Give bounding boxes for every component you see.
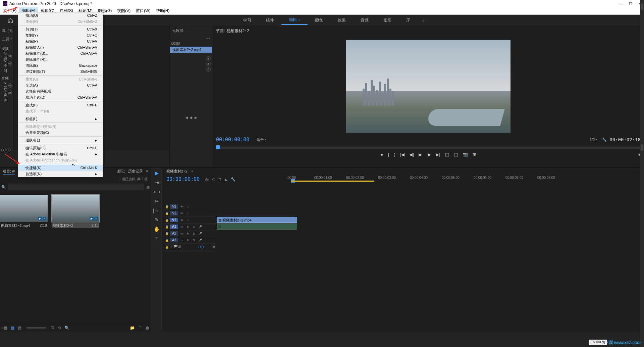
workspace-tab-音频[interactable]: 音频 (353, 16, 376, 25)
selection-tool-icon[interactable]: ▶ (155, 170, 159, 176)
menu-item[interactable]: 选择所有匹配项 (18, 88, 103, 94)
menu-item[interactable]: 取消全选(D)Ctrl+Shift+A (18, 94, 103, 100)
home-icon[interactable] (7, 17, 14, 24)
master-value[interactable]: 0.0 (199, 245, 204, 249)
new-bin-icon[interactable]: 📁 (130, 326, 135, 330)
lock-icon[interactable]: 🔒 (165, 245, 169, 249)
work-area-bar[interactable] (291, 181, 374, 182)
new-item-icon[interactable]: 🗋 (138, 326, 142, 330)
icon-view-icon[interactable]: ▦ (11, 326, 14, 330)
lock-icon[interactable]: 🔒 (165, 232, 169, 235)
source-clip-bar[interactable]: 视频素材2~2.mp4 (170, 47, 212, 53)
settings-icon[interactable]: 🔧 (602, 138, 607, 142)
menu-item[interactable]: 粘贴插入(I)Ctrl+Shift+V (18, 44, 103, 50)
toggle-output-icon[interactable]: 👁 (179, 205, 184, 208)
solo-icon[interactable]: S (192, 225, 196, 229)
program-scrubber[interactable] (216, 144, 641, 149)
source-tab-label[interactable]: 源: (无 (2, 28, 13, 33)
zoom-fit-dropdown[interactable]: 适合 (257, 137, 264, 142)
timeline-timecode[interactable]: 00:00:00:00 (166, 176, 200, 182)
linked-sel-icon[interactable]: ⊂ (212, 177, 215, 182)
menu-item[interactable]: 在 Adobe Audition 中编辑▸ (18, 151, 103, 157)
step-fwd-icon[interactable]: |▶ (427, 152, 431, 157)
track-area[interactable]: ▨ 视频素材2~2.mp4 (217, 183, 644, 332)
menu-item[interactable]: 标签(L)▸ (18, 116, 103, 122)
vertical-scrollbar[interactable] (640, 183, 644, 332)
toggle-output-icon[interactable]: ▭ (179, 239, 184, 242)
list-view-icon[interactable]: ≡▦ (1, 326, 7, 330)
sync-lock-icon[interactable]: ○ (186, 218, 190, 222)
minimize-button[interactable]: — (619, 2, 623, 6)
menu-item[interactable]: 波纹删除(T)Shift+删除 (18, 68, 103, 75)
hand-tool-icon[interactable]: ✋ (154, 226, 160, 232)
track-header-A3[interactable]: 🔒 A3 ▭ MS🎤 (163, 237, 217, 244)
program-tc-left[interactable]: 00:00:00:00 (216, 137, 249, 143)
goto-out-icon[interactable]: ▶| (436, 152, 440, 157)
keyframe-prev-icon[interactable]: ◀ (185, 115, 188, 120)
markers-tab[interactable]: 标记 (117, 169, 125, 175)
type-tool-icon[interactable]: T (155, 236, 158, 241)
track-select-tool-icon[interactable]: ⇥ (155, 180, 159, 186)
video-clip[interactable]: ▨ 视频素材2~2.mp4 (217, 217, 297, 223)
history-tab[interactable]: 历史记录 (128, 169, 143, 175)
resolution-dropdown[interactable]: 1/2 (590, 138, 595, 142)
ime-indicator[interactable]: EN ⌨ 简 (589, 340, 607, 345)
razor-tool-icon[interactable]: ✂ (155, 198, 159, 204)
voice-icon[interactable]: 🎤 (197, 225, 203, 229)
project-item[interactable]: ▶≡ 视频素材2~22:18 (52, 195, 99, 228)
menu-item[interactable]: 撤消(U)Ctrl+Z (18, 12, 103, 18)
sync-lock-icon[interactable]: ○ (186, 205, 190, 208)
menu-item[interactable]: 清除(E)Backspace (18, 62, 103, 68)
menu-item[interactable]: 合并重复项(C) (18, 130, 103, 136)
step-back-icon[interactable]: ◀| (409, 152, 414, 157)
search-icon[interactable]: 🔍 (1, 185, 6, 189)
thumb-size-slider[interactable] (26, 327, 46, 329)
search-input[interactable] (8, 184, 144, 190)
workspace-tab-学习[interactable]: 学习 (236, 16, 259, 25)
panel-overflow-icon[interactable]: » (146, 169, 148, 175)
track-label[interactable]: V2 (170, 211, 178, 215)
menu-视图(V)[interactable]: 视图(V) (114, 7, 133, 14)
bin-view-icon[interactable]: ▦ (146, 185, 150, 189)
workspace-tab-颜色[interactable]: 颜色 (308, 16, 330, 25)
track-header-A1[interactable]: 🔒 A1 ▭ MS🎤 (163, 224, 217, 230)
find-icon[interactable]: 🔍 (64, 326, 69, 330)
workspace-tab-编辑[interactable]: 编辑≡ (281, 17, 308, 25)
lock-icon[interactable]: 🔒 (165, 225, 169, 229)
master-track[interactable]: 🔒主声道0.0⇥ (163, 244, 217, 250)
panel-caret-icon[interactable]: ▸ ▸ (207, 37, 210, 40)
menu-item[interactable]: 团队项目▸ (18, 137, 103, 143)
mute-icon[interactable]: M (186, 232, 191, 235)
automate-icon[interactable]: ⟲ (58, 326, 61, 330)
track-header-V1[interactable]: 🔒 V1 👁 ○ (163, 217, 217, 224)
slip-tool-icon[interactable]: |↔| (153, 208, 161, 213)
track-label[interactable]: A1 (170, 225, 178, 229)
menu-item[interactable]: 剪切(T)Ctrl+X (18, 26, 103, 32)
menu-item[interactable]: 粘贴属性(B)...Ctrl+Alt+V (18, 50, 103, 56)
comparison-icon[interactable]: ⊞ (473, 152, 476, 157)
lock-icon[interactable]: 🔒 (165, 205, 169, 208)
settings-wrench-icon[interactable]: 🔧 (231, 177, 235, 182)
lock-icon[interactable]: 🔒 (165, 212, 169, 215)
program-video[interactable] (346, 40, 511, 133)
menu-item[interactable]: 编辑原始(O)Ctrl+E (18, 145, 103, 151)
toggle-output-icon[interactable]: ▭ (179, 232, 184, 235)
ripple-tool-icon[interactable]: ⟷ (153, 189, 161, 195)
timeline-ruler[interactable]: :00:0000:00:01:0000:00:02:0000:00:03:000… (291, 176, 641, 183)
track-header-V2[interactable]: 🔒 V2 👁 ○ (163, 210, 217, 217)
track-header-A2[interactable]: 🔒 A2 ▭ MS🎤 (163, 230, 217, 237)
maximize-button[interactable]: ☐ (629, 2, 632, 6)
menu-item[interactable]: 全选(A)Ctrl+A (18, 82, 103, 88)
menu-item[interactable]: 删除属性(R)... (18, 56, 103, 62)
sequence-name[interactable]: 视频素材2~2 (166, 169, 187, 174)
fx-channel[interactable]: ›fx 声↺ (0, 89, 13, 97)
solo-icon[interactable]: S (192, 239, 196, 242)
reset-icon[interactable]: ↺ (206, 56, 211, 61)
lift-icon[interactable]: ⬚ (445, 152, 449, 157)
pen-tool-icon[interactable]: ✎ (155, 217, 159, 223)
workspace-tab-组件[interactable]: 组件 (259, 16, 281, 25)
voice-icon[interactable]: 🎤 (197, 239, 203, 242)
voice-icon[interactable]: 🎤 (197, 232, 203, 235)
time-remap[interactable]: ›时 (0, 67, 13, 75)
expand-icon[interactable]: ⇥ (212, 245, 215, 249)
